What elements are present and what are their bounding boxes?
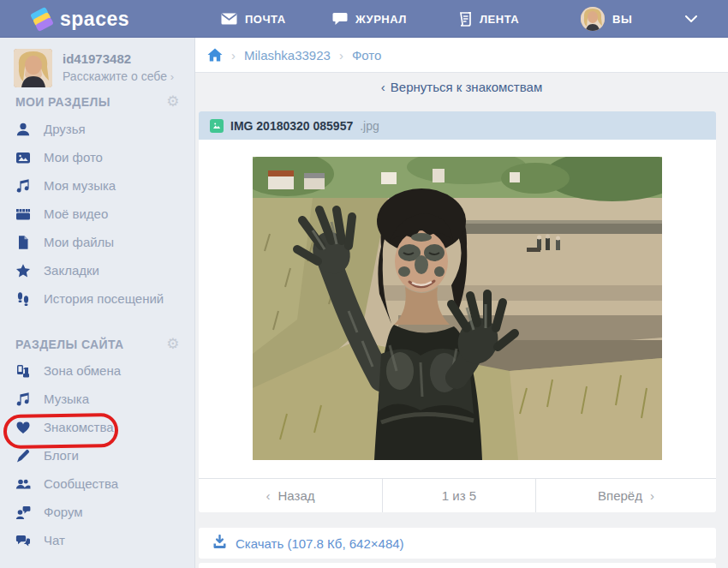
photo-title-bar: IMG 20180320 085957.jpg: [199, 111, 716, 140]
breadcrumb-current-page: Фото: [352, 48, 381, 63]
download-icon: [212, 535, 227, 553]
sidebar-item-my-photos[interactable]: Мои фото: [0, 143, 195, 171]
chat-icon: [15, 533, 31, 548]
breadcrumb: › Milashka33923 › Фото: [195, 38, 728, 73]
pen-icon: [15, 448, 31, 463]
sidebar-item-friends[interactable]: Друзья: [0, 115, 195, 143]
footsteps-icon: [15, 291, 31, 307]
sidebar-item-my-files[interactable]: Мои файлы: [0, 228, 195, 256]
back-to-dating-link[interactable]: ‹Вернуться к знакомствам: [381, 80, 542, 94]
sidebar-item-label: Друзья: [44, 122, 86, 136]
photo-pager: ‹ Назад 1 из 5 Вперёд ›: [199, 478, 716, 512]
sidebar-item-label: Закладки: [44, 263, 99, 278]
gear-icon[interactable]: ⚙: [166, 335, 180, 353]
sidebar-item-my-videos[interactable]: Моё видео: [0, 200, 195, 228]
sidebar-item-label: Моё видео: [44, 206, 108, 221]
site-sections-menu: Зона обмена Музыка Знакомства Блоги Сооб…: [0, 356, 195, 554]
breadcrumb-separator: ›: [339, 48, 343, 63]
user-icon: [15, 122, 31, 137]
profile-id: id41973482: [63, 51, 174, 66]
chat-bubble-icon: [332, 12, 348, 26]
photo-viewer: [199, 140, 716, 478]
nav-journal[interactable]: ЖУРНАЛ: [332, 0, 407, 38]
music-icon: [15, 178, 31, 194]
download-link[interactable]: Скачать (107.8 Кб, 642×484): [236, 536, 404, 551]
next-card-top: [199, 563, 716, 568]
chevron-left-icon: ‹: [266, 488, 271, 503]
sidebar-item-communities[interactable]: Сообщества: [0, 469, 195, 498]
mail-icon: [221, 13, 237, 25]
sidebar-item-label: Знакомства: [44, 420, 114, 434]
nav-lenta-label: ЛЕНТА: [480, 13, 519, 26]
sidebar-item-blogs[interactable]: Блоги: [0, 441, 195, 469]
file-icon: [15, 235, 31, 250]
header-avatar: [581, 7, 605, 31]
nav-you[interactable]: ВЫ: [581, 0, 632, 38]
breadcrumb-user-link[interactable]: Milashka33923: [244, 48, 331, 63]
sidebar-item-label: Чат: [44, 533, 65, 547]
photo-card: IMG 20180320 085957.jpg: [199, 111, 716, 512]
nav-you-label: ВЫ: [612, 13, 632, 26]
photo-extension: .jpg: [360, 119, 379, 133]
spaces-logo-icon: [31, 9, 53, 29]
download-card: Скачать (107.8 Кб, 642×484): [199, 528, 716, 559]
sidebar-item-label: Зона обмена: [44, 363, 121, 378]
star-icon: [15, 263, 31, 278]
forum-icon: [15, 505, 31, 520]
sidebar-item-chat[interactable]: Чат: [0, 526, 195, 554]
exchange-icon: [15, 363, 31, 379]
sidebar-item-label: Форум: [44, 505, 83, 519]
spaces-logo-text: spaces: [60, 8, 129, 31]
chevron-left-icon: ‹: [381, 80, 385, 94]
group-icon: [15, 476, 31, 492]
nav-mail[interactable]: ПОЧТА: [221, 0, 286, 38]
spaces-logo[interactable]: spaces: [31, 0, 129, 38]
pager-prev-button[interactable]: ‹ Назад: [199, 479, 382, 512]
photo-icon: [15, 150, 31, 165]
image-icon: [210, 119, 224, 133]
sidebar-item-label: Блоги: [44, 448, 79, 463]
sidebar-item-label: Музыка: [44, 392, 89, 406]
sidebar-item-visit-history[interactable]: История посещений: [0, 284, 195, 313]
sidebar-item-label: Мои фото: [44, 150, 103, 164]
sidebar-item-label: Моя музыка: [44, 178, 116, 193]
sidebar-item-label: История посещений: [44, 291, 164, 306]
gear-icon[interactable]: ⚙: [166, 93, 180, 111]
breadcrumb-separator: ›: [231, 48, 236, 63]
section-title-my-sections: МОИ РАЗДЕЛЫ ⚙: [15, 93, 180, 111]
nav-lenta[interactable]: ЛЕНТА: [459, 0, 519, 38]
nav-journal-label: ЖУРНАЛ: [355, 13, 407, 26]
sidebar-item-dating[interactable]: Знакомства: [0, 413, 195, 441]
sidebar-item-my-music[interactable]: Моя музыка: [0, 171, 195, 200]
top-header: spaces ПОЧТА ЖУРНАЛ ЛЕНТА ВЫ: [0, 0, 728, 38]
page: spaces ПОЧТА ЖУРНАЛ ЛЕНТА ВЫ: [0, 0, 728, 568]
sidebar-item-label: Мои файлы: [44, 235, 114, 249]
my-sections-menu: Друзья Мои фото Моя музыка Моё видео Мои…: [0, 115, 195, 313]
video-icon: [15, 206, 31, 222]
header-chevron-down-icon[interactable]: [685, 0, 697, 38]
sidebar-item-bookmarks[interactable]: Закладки: [0, 256, 195, 284]
sidebar-item-forum[interactable]: Форум: [0, 498, 195, 526]
pager-next-button[interactable]: Вперёд ›: [536, 479, 716, 512]
photo-filename: IMG 20180320 085957: [230, 119, 353, 133]
section-title-site-sections: РАЗДЕЛЫ САЙТА ⚙: [15, 335, 180, 353]
feed-icon: [459, 12, 472, 27]
pager-counter: 1 из 5: [382, 479, 536, 512]
sidebar: id41973482 Расскажите о себе › МОИ РАЗДЕ…: [0, 38, 195, 568]
sidebar-item-exchange-zone[interactable]: Зона обмена: [0, 356, 195, 385]
profile-block: id41973482 Расскажите о себе ›: [14, 49, 174, 87]
nav-mail-label: ПОЧТА: [245, 13, 286, 26]
music-icon: [15, 392, 31, 407]
sidebar-item-label: Сообщества: [44, 476, 118, 491]
back-row: ‹Вернуться к знакомствам: [195, 80, 728, 94]
chevron-right-icon: ›: [650, 488, 654, 503]
sidebar-item-music[interactable]: Музыка: [0, 385, 195, 413]
home-icon[interactable]: [207, 48, 223, 62]
profile-avatar[interactable]: [14, 49, 52, 87]
profile-about-link[interactable]: Расскажите о себе ›: [63, 69, 174, 83]
chevron-right-icon: ›: [170, 70, 174, 83]
photo: [253, 157, 662, 460]
heart-icon: [15, 420, 31, 435]
